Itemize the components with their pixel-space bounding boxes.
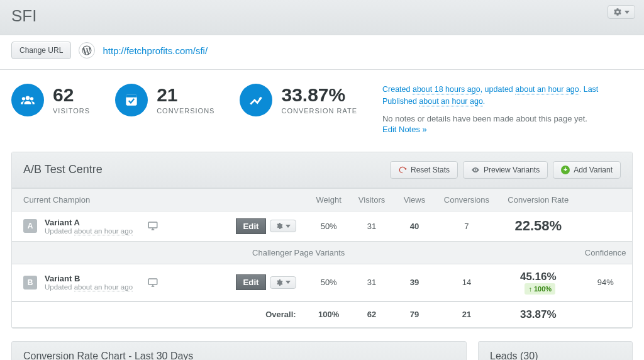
edit-notes-link[interactable]: Edit Notes »: [382, 125, 427, 134]
created-ago-link[interactable]: about 18 hours ago: [413, 85, 480, 94]
conversion-chart-card: Conversion Rate Chart - Last 30 Days: [11, 341, 467, 361]
col-visitors: Visitors: [350, 188, 393, 211]
variant-b-rate: 45.16%: [520, 271, 557, 283]
no-notes-text: No notes or details have been made about…: [382, 114, 602, 123]
variant-b-badge: B: [23, 276, 37, 290]
variant-a-visitors: 31: [350, 211, 393, 241]
updated-ago-link[interactable]: about an hour ago: [515, 85, 579, 94]
conversions-icon: [115, 84, 148, 116]
variant-b-row: B Variant B Updated about an hour ago Ed…: [12, 264, 632, 301]
page-meta: Created about 18 hours ago, updated abou…: [382, 84, 602, 134]
col-weight: Weight: [308, 188, 350, 211]
ab-table: Current Champion Weight Visitors Views C…: [12, 188, 632, 328]
col-conversions: Conversions: [436, 188, 497, 211]
page-title: SFI: [11, 6, 633, 26]
col-views: Views: [393, 188, 435, 211]
variant-b-name: Variant B: [45, 274, 133, 283]
variant-b-confidence: 94%: [579, 264, 632, 301]
svg-rect-2: [148, 222, 157, 228]
variant-b-lift: ↑ 100%: [525, 283, 555, 295]
eye-icon: [471, 166, 480, 174]
col-champion: Current Champion: [12, 188, 308, 211]
preview-variants-button[interactable]: Preview Variants: [463, 161, 548, 179]
variant-a-settings-dropdown[interactable]: [270, 220, 296, 232]
challenger-label: Challenger Page Variants: [12, 241, 579, 264]
conversion-chart-title: Conversion Rate Chart - Last 30 Days: [23, 351, 455, 361]
rate-icon: [240, 84, 272, 116]
page-header: SFI: [0, 0, 644, 35]
gear-icon: [613, 8, 622, 16]
variant-a-views: 40: [393, 211, 435, 241]
chevron-down-icon: [286, 225, 291, 228]
ab-card-title: A/B Test Centre: [23, 163, 103, 176]
variant-b-conversions: 14: [436, 264, 497, 301]
stat-visitors: 62 VISITORS: [11, 84, 90, 116]
add-variant-button[interactable]: + Add Variant: [553, 161, 621, 179]
variant-a-conversions: 7: [436, 211, 497, 241]
ab-test-card: A/B Test Centre Reset Stats Preview Vari…: [11, 152, 633, 329]
url-row: Change URL http://fetchprofits.com/sfi/: [0, 35, 644, 70]
overall-label: Overall:: [12, 301, 308, 328]
reset-icon: [398, 166, 407, 174]
variant-a-updated[interactable]: about an hour ago: [74, 227, 133, 235]
overall-rate: 33.87%: [520, 308, 557, 320]
chevron-down-icon: [286, 281, 291, 284]
svg-rect-3: [148, 279, 157, 284]
overall-views: 79: [393, 301, 435, 328]
monitor-icon: [147, 277, 159, 288]
variant-a-name: Variant A: [45, 218, 133, 227]
chevron-down-icon: [625, 11, 630, 14]
overall-weight: 100%: [308, 301, 350, 328]
variant-b-views: 39: [393, 264, 435, 301]
visitors-value: 62: [53, 86, 90, 104]
variant-a-row: A Variant A Updated about an hour ago Ed…: [12, 211, 632, 241]
conversions-label: CONVERSIONS: [157, 107, 214, 115]
variant-a-edit-button[interactable]: Edit: [236, 218, 265, 234]
overall-row: Overall: 100% 62 79 21 33.87%: [12, 301, 632, 328]
stat-rate: 33.87% CONVERSION RATE: [240, 84, 357, 116]
leads-card: Leads (30): [478, 341, 633, 361]
variant-b-updated[interactable]: about an hour ago: [74, 283, 133, 291]
variant-a-weight: 50%: [308, 211, 350, 241]
overall-conversions: 21: [436, 301, 497, 328]
page-url-link[interactable]: http://fetchprofits.com/sfi/: [103, 45, 208, 56]
stats-row: 62 VISITORS 21 CONVERSIONS 33.87% CONVER…: [0, 70, 644, 152]
variant-a-rate: 22.58%: [514, 218, 562, 233]
conversions-value: 21: [157, 86, 214, 104]
variant-b-visitors: 31: [350, 264, 393, 301]
variant-b-settings-dropdown[interactable]: [270, 276, 296, 289]
col-confidence: Confidence: [579, 241, 632, 264]
variant-b-weight: 50%: [308, 264, 350, 301]
page-settings-dropdown[interactable]: [608, 5, 635, 19]
published-ago-link[interactable]: about an hour ago: [419, 97, 482, 106]
variant-a-badge: A: [23, 219, 37, 233]
variant-b-edit-button[interactable]: Edit: [236, 274, 265, 290]
col-rate: Conversion Rate: [497, 188, 579, 211]
challenger-header-row: Challenger Page Variants Confidence: [12, 241, 632, 264]
leads-title: Leads (30): [490, 351, 621, 361]
rate-label: CONVERSION RATE: [281, 107, 357, 115]
monitor-icon: [147, 220, 159, 232]
stat-conversions: 21 CONVERSIONS: [115, 84, 214, 116]
reset-stats-button[interactable]: Reset Stats: [390, 161, 458, 179]
wordpress-icon: [79, 42, 95, 59]
table-header-row: Current Champion Weight Visitors Views C…: [12, 188, 632, 211]
svg-point-1: [475, 169, 476, 170]
overall-visitors: 62: [350, 301, 393, 328]
rate-value: 33.87%: [281, 86, 357, 104]
visitors-label: VISITORS: [53, 107, 90, 115]
change-url-button[interactable]: Change URL: [11, 42, 71, 59]
plus-icon: +: [561, 166, 570, 174]
ab-card-header: A/B Test Centre Reset Stats Preview Vari…: [12, 152, 632, 188]
visitors-icon: [11, 84, 44, 116]
